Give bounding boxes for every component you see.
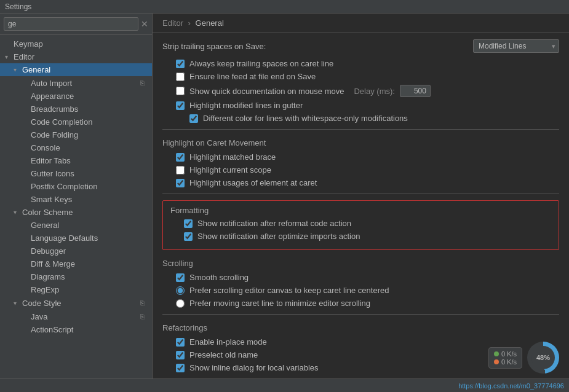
sidebar-item-debugger[interactable]: Debugger [0, 245, 152, 257]
sidebar-item-regexp[interactable]: RegExp [0, 283, 152, 296]
highlight-current-scope-checkbox[interactable] [176, 166, 185, 174]
show-notif-optimize-checkbox[interactable] [184, 232, 193, 241]
download-row: 0 K/s [494, 358, 517, 366]
highlight-usages-row: Highlight usages of element at caret [176, 178, 559, 187]
upload-row: 0 K/s [494, 350, 517, 358]
scrolling-heading: Scrolling [162, 259, 559, 268]
prefer-scrolling-label[interactable]: Prefer scrolling editor canvas to keep c… [189, 286, 389, 295]
sidebar-label-console: Console [31, 143, 147, 152]
sidebar-item-gutter-icons[interactable]: Gutter Icons [0, 167, 152, 180]
smooth-scrolling-label[interactable]: Smooth scrolling [189, 273, 249, 282]
status-url[interactable]: https://blog.csdn.net/m0_37774696 [458, 382, 564, 390]
sidebar-label-general: General [22, 65, 147, 74]
highlight-modified-lines-label[interactable]: Highlight modified lines in gutter [189, 101, 303, 110]
sidebar-label-code-folding: Code Folding [31, 130, 147, 139]
smooth-scrolling-row: Smooth scrolling [176, 273, 559, 282]
highlight-usages-label[interactable]: Highlight usages of element at caret [189, 178, 317, 187]
prefer-moving-radio[interactable] [176, 299, 185, 308]
search-input[interactable] [4, 17, 138, 31]
sidebar-item-editor[interactable]: ▾Editor [0, 50, 152, 63]
sidebar-label-keymap: Keymap [14, 39, 147, 49]
copy-icon-code-style: ⎘ [137, 298, 147, 308]
sidebar-label-smart-keys: Smart Keys [31, 195, 147, 204]
smooth-scrolling-checkbox[interactable] [176, 273, 185, 282]
circle-widget[interactable]: 48% [527, 342, 559, 374]
preselect-old-name-checkbox[interactable] [176, 351, 185, 359]
sidebar-item-actionscript[interactable]: ActionScript [0, 323, 152, 336]
highlight-matched-brace-row: Highlight matched brace [176, 152, 559, 162]
search-clear-icon[interactable]: ✕ [141, 19, 148, 29]
sep-1 [162, 129, 559, 130]
different-color-label[interactable]: Different color for lines with whitespac… [203, 114, 408, 123]
sidebar-item-java[interactable]: Java⎘ [0, 310, 152, 323]
sidebar-label-breadcrumbs: Breadcrumbs [31, 104, 147, 114]
sidebar-label-appearance: Appearance [31, 92, 147, 101]
main-panel: Editor › General Strip trailing spaces o… [153, 14, 569, 378]
highlight-usages-checkbox[interactable] [176, 179, 185, 187]
breadcrumb-parent: Editor [162, 18, 183, 28]
sidebar: ✕ Keymap▾Editor▾GeneralAuto Import⎘Appea… [0, 14, 153, 378]
highlight-matched-brace-label[interactable]: Highlight matched brace [189, 152, 276, 162]
ensure-line-feed-checkbox[interactable] [176, 73, 185, 81]
highlight-current-scope-label[interactable]: Highlight current scope [189, 165, 271, 174]
sidebar-item-general[interactable]: ▾General [0, 63, 152, 76]
strip-trailing-spaces-label: Strip trailing spaces on Save: [162, 42, 266, 51]
sidebar-item-language-defaults[interactable]: Language Defaults [0, 232, 152, 245]
copy-icon-java: ⎘ [137, 312, 147, 321]
sidebar-item-breadcrumbs[interactable]: Breadcrumbs [0, 103, 152, 116]
ensure-line-feed-label[interactable]: Ensure line feed at file end on Save [189, 72, 316, 81]
sidebar-item-code-style[interactable]: ▾Code Style⎘ [0, 296, 152, 310]
search-box: ✕ [0, 14, 152, 35]
sidebar-item-editor-tabs[interactable]: Editor Tabs [0, 154, 152, 167]
show-notif-optimize-label[interactable]: Show notification after optimize imports… [197, 232, 360, 241]
show-inline-dialog-checkbox[interactable] [176, 364, 185, 372]
show-notif-optimize-row: Show notification after optimize imports… [184, 232, 551, 241]
highlight-modified-lines-checkbox[interactable] [176, 101, 185, 110]
arrow-icon-code-style: ▾ [14, 300, 22, 307]
delay-input[interactable] [400, 85, 431, 97]
sidebar-item-keymap[interactable]: Keymap [0, 37, 152, 50]
always-keep-trailing-row: Always keep trailing spaces on caret lin… [176, 59, 559, 68]
sidebar-label-diff-merge: Diff & Merge [31, 259, 147, 269]
status-bar: https://blog.csdn.net/m0_37774696 [0, 378, 569, 392]
sidebar-label-postfix-completion: Postfix Completion [31, 182, 147, 191]
prefer-moving-label[interactable]: Prefer moving caret line to minimize edi… [189, 299, 370, 308]
sidebar-item-code-folding[interactable]: Code Folding [0, 128, 152, 141]
sidebar-item-diagrams[interactable]: Diagrams [0, 270, 152, 283]
different-color-row: Different color for lines with whitespac… [162, 114, 559, 123]
sidebar-item-auto-import[interactable]: Auto Import⎘ [0, 76, 152, 90]
sidebar-item-color-scheme[interactable]: ▾Color Scheme [0, 206, 152, 219]
show-notif-reformat-checkbox[interactable] [184, 219, 193, 228]
show-quick-doc-row: Show quick documentation on mouse move D… [176, 85, 559, 97]
ensure-line-feed-row: Ensure line feed at file end on Save [176, 72, 559, 81]
enable-inplace-label[interactable]: Enable in-place mode [189, 337, 267, 347]
download-dot [494, 359, 499, 364]
preselect-old-name-label[interactable]: Preselect old name [189, 350, 258, 359]
strip-trailing-spaces-row: Strip trailing spaces on Save: None All … [162, 39, 559, 53]
sidebar-item-color-scheme-general[interactable]: General [0, 219, 152, 232]
always-keep-trailing-label[interactable]: Always keep trailing spaces on caret lin… [189, 59, 333, 68]
title-bar: Settings [0, 0, 569, 14]
sidebar-item-smart-keys[interactable]: Smart Keys [0, 193, 152, 206]
sidebar-label-regexp: RegExp [31, 285, 147, 294]
show-inline-dialog-label[interactable]: Show inline dialog for local variables [189, 363, 319, 372]
sidebar-item-code-completion[interactable]: Code Completion [0, 116, 152, 128]
sidebar-item-console[interactable]: Console [0, 141, 152, 154]
sidebar-item-appearance[interactable]: Appearance [0, 90, 152, 103]
prefer-scrolling-row: Prefer scrolling editor canvas to keep c… [176, 286, 559, 295]
refactorings-heading: Refactorings [162, 323, 559, 332]
show-quick-doc-checkbox[interactable] [176, 87, 185, 95]
always-keep-trailing-checkbox[interactable] [176, 60, 185, 68]
different-color-checkbox[interactable] [189, 114, 198, 123]
enable-inplace-checkbox[interactable] [176, 338, 185, 347]
sidebar-item-postfix-completion[interactable]: Postfix Completion [0, 180, 152, 193]
show-quick-doc-label[interactable]: Show quick documentation on mouse move [189, 87, 344, 96]
strip-trailing-spaces-dropdown[interactable]: None All Modified Lines [473, 39, 559, 53]
show-notif-reformat-row: Show notification after reformat code ac… [184, 219, 551, 228]
sep-2 [162, 194, 559, 194]
prefer-scrolling-radio[interactable] [176, 286, 185, 295]
show-notif-reformat-label[interactable]: Show notification after reformat code ac… [197, 219, 351, 228]
highlight-matched-brace-checkbox[interactable] [176, 153, 185, 162]
formatting-heading: Formatting [170, 206, 551, 215]
sidebar-item-diff-merge[interactable]: Diff & Merge [0, 257, 152, 270]
